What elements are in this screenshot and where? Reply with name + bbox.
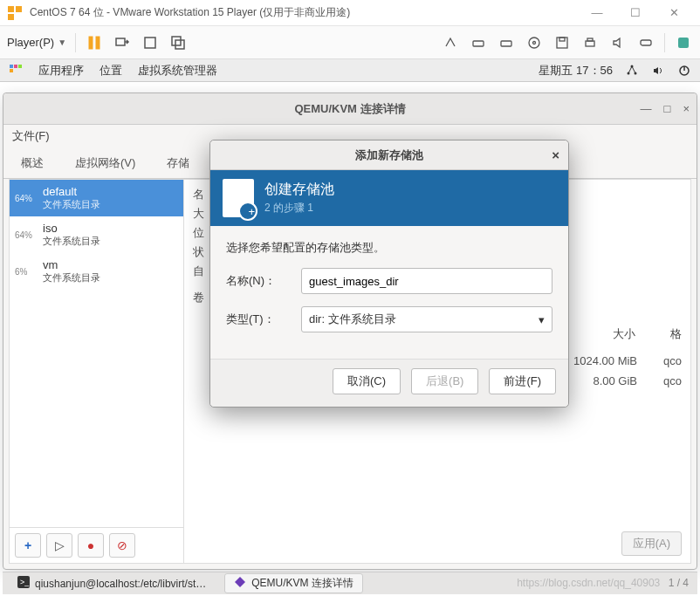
col-format: 格	[670, 326, 682, 342]
prop-big: 大	[193, 206, 205, 222]
power-icon[interactable]	[677, 64, 691, 78]
storage-pool-icon: +	[223, 179, 254, 217]
virt-manager-icon	[234, 576, 246, 591]
prop-pos: 位	[193, 225, 205, 241]
player-menu[interactable]: Player(P) ▼	[7, 36, 66, 49]
tools-icon[interactable]	[674, 33, 693, 52]
pool-type-dropdown[interactable]: dir: 文件系统目录 ▾	[301, 306, 552, 332]
dialog-footer: 取消(C) 后退(B) 前进(F)	[210, 359, 568, 407]
svg-rect-3	[89, 37, 93, 49]
table-row[interactable]: 8.00 GiBqco	[573, 371, 682, 391]
minimize-button[interactable]: —	[578, 1, 616, 25]
caret-down-icon: ▼	[58, 38, 66, 47]
pause-icon[interactable]	[85, 33, 104, 52]
pool-usage-pct: 64%	[15, 194, 32, 203]
prop-vol: 卷	[193, 290, 205, 305]
player-menu-label: Player(P)	[7, 36, 54, 49]
cancel-button[interactable]: 取消(C)	[333, 368, 401, 394]
taskbar-terminal-label: qiushanjun@localhost:/etc/libvirt/st…	[35, 578, 206, 590]
delete-pool-button[interactable]: ⊘	[109, 533, 135, 558]
svg-rect-1	[16, 6, 22, 12]
vmware-toolbar: Player(P) ▼	[0, 26, 700, 59]
prop-state: 状	[193, 244, 205, 260]
pool-name-input[interactable]	[301, 268, 552, 294]
storage-pool-list: 64% default 文件系统目录 64% iso 文件系统目录 6% vm …	[10, 180, 184, 563]
table-row[interactable]: 1024.00 MiBqco	[573, 351, 682, 371]
floppy-icon[interactable]	[552, 33, 572, 52]
unity-icon[interactable]	[168, 33, 188, 52]
svg-rect-18	[678, 38, 689, 48]
svg-rect-10	[501, 41, 511, 46]
pool-item-iso[interactable]: 64% iso 文件系统目录	[10, 216, 183, 253]
tab-storage[interactable]: 存储	[163, 148, 193, 178]
svg-rect-9	[473, 41, 484, 46]
volume-icon[interactable]	[651, 64, 665, 78]
start-pool-button[interactable]: ▷	[46, 533, 72, 558]
terminal-icon: >_	[17, 576, 30, 591]
places-menu[interactable]: 位置	[100, 63, 122, 79]
network-icon[interactable]	[441, 33, 460, 52]
pool-name: vm	[43, 258, 176, 271]
disk2-icon[interactable]	[497, 33, 516, 52]
dialog-title: 添加新存储池	[355, 147, 423, 163]
vmware-logo-icon	[7, 5, 23, 21]
svg-marker-30	[235, 577, 245, 587]
vm-manager-menu[interactable]: 虚拟系统管理器	[138, 63, 217, 79]
svg-rect-17	[641, 40, 651, 45]
taskbar-qemu[interactable]: QEMU/KVM 连接详情	[224, 573, 363, 593]
sound-icon[interactable]	[608, 33, 628, 52]
dialog-titlebar: 添加新存储池 ×	[210, 140, 568, 170]
back-button[interactable]: 后退(B)	[411, 368, 478, 394]
type-label: 类型(T)：	[226, 312, 291, 327]
dialog-header: + 创建存储池 2 的步骤 1	[210, 170, 568, 226]
svg-rect-16	[587, 38, 593, 41]
svg-rect-19	[10, 65, 13, 68]
taskbar-qemu-label: QEMU/KVM 连接详情	[251, 576, 353, 591]
svg-text:>_: >_	[20, 578, 30, 586]
window-maximize-icon[interactable]: □	[664, 102, 671, 115]
qemu-titlebar: QEMU/KVM 连接详情 — □ ×	[3, 93, 697, 125]
send-keys-icon[interactable]	[113, 33, 132, 52]
clock[interactable]: 星期五 17：56	[539, 63, 613, 79]
pool-toolbar: + ▷ ● ⊘	[10, 527, 183, 563]
usb-icon[interactable]	[636, 33, 655, 52]
tab-virtual-network[interactable]: 虚拟网络(V)	[72, 148, 139, 178]
tab-overview[interactable]: 概述	[17, 148, 47, 178]
pool-type: 文件系统目录	[43, 235, 176, 248]
svg-rect-7	[172, 37, 181, 45]
printer-icon[interactable]	[580, 33, 600, 52]
vmware-title: CentOS 7 64 位 - VMware Workstation 15 Pl…	[30, 5, 578, 20]
svg-rect-5	[116, 38, 125, 45]
close-button[interactable]: ✕	[655, 1, 693, 25]
window-minimize-icon[interactable]: —	[641, 102, 652, 115]
pool-usage-pct: 6%	[15, 267, 27, 277]
svg-rect-15	[586, 41, 594, 46]
svg-point-11	[529, 38, 539, 48]
taskbar-terminal[interactable]: >_ qiushanjun@localhost:/etc/libvirt/st…	[8, 573, 216, 593]
maximize-button[interactable]: ☐	[616, 1, 655, 25]
svg-point-12	[533, 41, 536, 44]
add-pool-button[interactable]: +	[15, 533, 41, 558]
col-size: 大小	[613, 326, 635, 342]
dialog-heading: 创建存储池	[264, 181, 334, 199]
pool-item-vm[interactable]: 6% vm 文件系统目录	[10, 253, 183, 290]
stop-pool-button[interactable]: ●	[78, 533, 104, 558]
svg-rect-21	[18, 65, 22, 68]
dialog-close-icon[interactable]: ×	[552, 147, 559, 162]
apps-menu[interactable]: 应用程序	[38, 63, 84, 79]
prop-auto: 自	[193, 264, 205, 279]
pool-item-default[interactable]: 64% default 文件系统目录	[10, 180, 183, 216]
forward-button[interactable]: 前进(F)	[489, 368, 556, 394]
svg-rect-13	[557, 38, 567, 48]
dialog-step: 2 的步骤 1	[264, 201, 334, 216]
network-status-icon[interactable]	[625, 64, 639, 78]
disk1-icon[interactable]	[469, 33, 488, 52]
fullscreen-enter-icon[interactable]	[141, 33, 160, 52]
window-close-icon[interactable]: ×	[683, 102, 690, 115]
name-label: 名称(N)：	[226, 273, 291, 289]
volume-table-header: 大小 格	[613, 326, 682, 342]
svg-rect-14	[559, 38, 565, 41]
vmware-titlebar: CentOS 7 64 位 - VMware Workstation 15 Pl…	[0, 0, 700, 26]
apply-button[interactable]: 应用(A)	[621, 531, 682, 556]
cdrom-icon[interactable]	[525, 33, 544, 52]
